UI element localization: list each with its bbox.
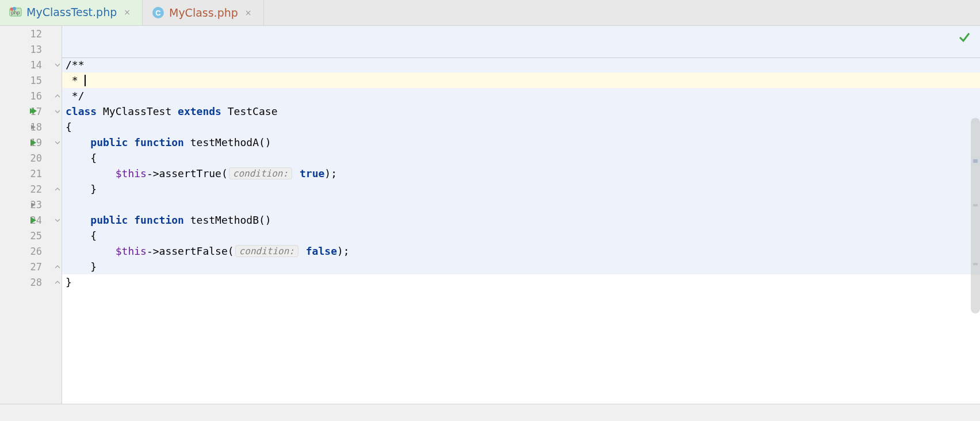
code-line-27[interactable]: }: [62, 259, 980, 274]
fold-open-icon[interactable]: [53, 212, 62, 228]
svg-marker-11: [30, 217, 36, 224]
code-line-25[interactable]: {: [62, 228, 980, 243]
fold-open-icon[interactable]: [53, 135, 62, 150]
run-all-icon[interactable]: [29, 107, 38, 116]
line-number: 21: [21, 168, 42, 179]
gutter-line-25[interactable]: 25: [0, 228, 62, 243]
code-line-16[interactable]: */: [62, 88, 980, 104]
code-line-22[interactable]: }: [62, 181, 980, 197]
gutter-line-20[interactable]: 20: [0, 150, 62, 166]
code-line-19[interactable]: public function testMethodA(): [62, 135, 980, 150]
line-number: 28: [21, 277, 42, 288]
code-area[interactable]: /** * */ class MyClassTest extends TestC…: [62, 26, 980, 404]
gutter-line-16[interactable]: 16: [0, 88, 62, 104]
code-line-17[interactable]: class MyClassTest extends TestCase: [62, 104, 980, 119]
gutter-line-22[interactable]: 22: [0, 181, 62, 197]
status-bar: [0, 404, 980, 421]
code-line-15[interactable]: *: [62, 72, 980, 88]
code-line-26[interactable]: $this->assertFalse(condition: false);: [62, 243, 980, 259]
code-line-23[interactable]: [62, 197, 980, 212]
line-number: 22: [21, 183, 42, 195]
tab-bar: php MyClassTest.php × C MyClass.php ×: [0, 0, 980, 26]
line-number: 13: [21, 44, 42, 55]
code-line-18[interactable]: {: [62, 119, 980, 135]
run-icon[interactable]: [29, 138, 38, 147]
gutter-line-27[interactable]: 27: [0, 259, 62, 274]
code-line-12[interactable]: [62, 26, 980, 41]
fold-open-icon[interactable]: [53, 104, 62, 119]
line-number: 16: [21, 90, 42, 102]
svg-marker-7: [32, 108, 37, 114]
fold-close-icon[interactable]: [53, 274, 62, 290]
vertical-scrollbar[interactable]: [971, 118, 980, 313]
gutter-line-13[interactable]: 13: [0, 41, 62, 57]
line-number: 15: [21, 75, 42, 86]
svg-point-3: [13, 7, 16, 10]
class-icon: C: [152, 6, 164, 19]
tab-myclasstest[interactable]: php MyClassTest.php ×: [0, 0, 143, 25]
param-hint: condition:: [235, 245, 298, 257]
line-number: 25: [21, 230, 42, 242]
gutter-line-23[interactable]: 23: [0, 197, 62, 212]
fold-toggle-icon[interactable]: [29, 200, 38, 209]
gutter-line-12[interactable]: 12: [0, 26, 62, 41]
svg-marker-10: [31, 202, 36, 207]
gutter-line-24[interactable]: 24: [0, 212, 62, 228]
text-cursor: [85, 75, 86, 86]
section-separator: [62, 58, 980, 58]
php-test-icon: php: [9, 6, 22, 18]
fold-close-icon[interactable]: [53, 88, 62, 104]
editor[interactable]: 1213141516171819202122232425262728 /** *…: [0, 26, 980, 404]
line-number: 26: [21, 246, 42, 257]
svg-text:C: C: [155, 9, 161, 17]
gutter-line-28[interactable]: 28: [0, 274, 62, 290]
code-line-28[interactable]: }: [62, 274, 980, 290]
tab-myclass[interactable]: C MyClass.php ×: [143, 0, 264, 25]
svg-marker-9: [30, 139, 36, 146]
gutter-line-17[interactable]: 17: [0, 104, 62, 119]
fold-close-icon[interactable]: [53, 259, 62, 274]
svg-marker-8: [31, 125, 36, 129]
gutter-line-14[interactable]: 14: [0, 57, 62, 72]
code-line-20[interactable]: {: [62, 150, 980, 166]
fold-open-icon[interactable]: [53, 57, 62, 72]
gutter-line-21[interactable]: 21: [0, 166, 62, 181]
gutter-line-15[interactable]: 15: [0, 72, 62, 88]
line-number: 14: [21, 59, 42, 71]
fold-toggle-icon[interactable]: [29, 123, 38, 132]
run-icon[interactable]: [29, 216, 38, 225]
line-number: 27: [21, 261, 42, 273]
line-number: 20: [21, 152, 42, 164]
close-icon[interactable]: ×: [243, 8, 254, 17]
gutter: 1213141516171819202122232425262728: [0, 26, 62, 404]
code-line-13[interactable]: [62, 41, 980, 57]
code-line-21[interactable]: $this->assertTrue(condition: true);: [62, 166, 980, 181]
gutter-line-26[interactable]: 26: [0, 243, 62, 259]
param-hint: condition:: [229, 167, 292, 179]
tab-label: MyClass.php: [169, 6, 238, 19]
gutter-line-19[interactable]: 19: [0, 135, 62, 150]
close-icon[interactable]: ×: [121, 7, 133, 17]
tab-label: MyClassTest.php: [26, 6, 117, 18]
gutter-line-18[interactable]: 18: [0, 119, 62, 135]
code-line-24[interactable]: public function testMethodB(): [62, 212, 980, 228]
analysis-ok-icon[interactable]: [958, 30, 971, 46]
code-line-14[interactable]: /**: [62, 57, 980, 72]
fold-close-icon[interactable]: [53, 181, 62, 197]
line-number: 12: [21, 28, 42, 40]
